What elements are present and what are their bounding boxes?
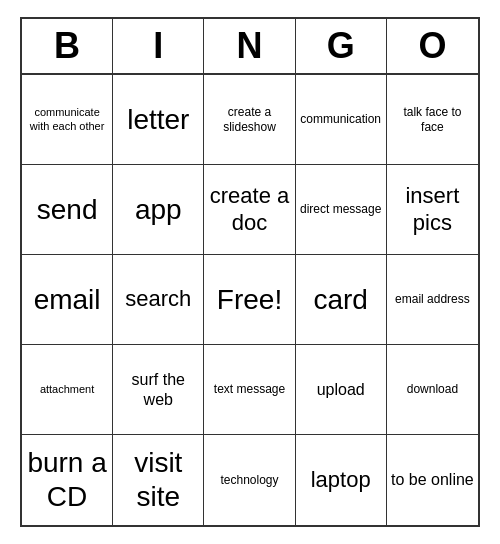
bingo-cell-23: laptop — [296, 435, 387, 525]
cell-text-5: send — [37, 193, 98, 227]
cell-text-4: talk face to face — [391, 105, 474, 134]
cell-text-9: insert pics — [391, 183, 474, 236]
cell-text-23: laptop — [311, 467, 371, 493]
bingo-cell-6: app — [113, 165, 204, 255]
bingo-cell-11: search — [113, 255, 204, 345]
header-letter-n: N — [204, 19, 295, 73]
cell-text-3: communication — [300, 112, 381, 126]
bingo-grid: communicate with each otherlettercreate … — [22, 75, 478, 525]
bingo-cell-10: email — [22, 255, 113, 345]
bingo-cell-1: letter — [113, 75, 204, 165]
cell-text-1: letter — [127, 103, 189, 137]
cell-text-14: email address — [395, 292, 470, 306]
bingo-header: BINGO — [22, 19, 478, 75]
cell-text-21: visit site — [117, 446, 199, 513]
bingo-cell-22: technology — [204, 435, 295, 525]
cell-text-10: email — [34, 283, 101, 317]
cell-text-8: direct message — [300, 202, 381, 216]
header-letter-b: B — [22, 19, 113, 73]
cell-text-11: search — [125, 286, 191, 312]
cell-text-19: download — [407, 382, 458, 396]
bingo-cell-20: burn a CD — [22, 435, 113, 525]
header-letter-g: G — [296, 19, 387, 73]
bingo-cell-16: surf the web — [113, 345, 204, 435]
cell-text-6: app — [135, 193, 182, 227]
bingo-cell-18: upload — [296, 345, 387, 435]
cell-text-17: text message — [214, 382, 285, 396]
bingo-cell-15: attachment — [22, 345, 113, 435]
bingo-cell-13: card — [296, 255, 387, 345]
header-letter-i: I — [113, 19, 204, 73]
cell-text-7: create a doc — [208, 183, 290, 236]
bingo-cell-14: email address — [387, 255, 478, 345]
bingo-cell-0: communicate with each other — [22, 75, 113, 165]
bingo-cell-21: visit site — [113, 435, 204, 525]
cell-text-13: card — [313, 283, 367, 317]
bingo-cell-8: direct message — [296, 165, 387, 255]
bingo-cell-9: insert pics — [387, 165, 478, 255]
cell-text-22: technology — [220, 473, 278, 487]
bingo-cell-17: text message — [204, 345, 295, 435]
bingo-cell-19: download — [387, 345, 478, 435]
bingo-cell-12: Free! — [204, 255, 295, 345]
cell-text-18: upload — [317, 380, 365, 399]
cell-text-0: communicate with each other — [26, 106, 108, 132]
bingo-cell-5: send — [22, 165, 113, 255]
bingo-cell-24: to be online — [387, 435, 478, 525]
cell-text-15: attachment — [40, 383, 94, 396]
cell-text-20: burn a CD — [26, 446, 108, 513]
cell-text-16: surf the web — [117, 370, 199, 408]
header-letter-o: O — [387, 19, 478, 73]
bingo-cell-4: talk face to face — [387, 75, 478, 165]
bingo-cell-3: communication — [296, 75, 387, 165]
cell-text-2: create a slideshow — [208, 105, 290, 134]
bingo-cell-2: create a slideshow — [204, 75, 295, 165]
cell-text-24: to be online — [391, 470, 474, 489]
cell-text-12: Free! — [217, 283, 282, 317]
bingo-cell-7: create a doc — [204, 165, 295, 255]
bingo-card: BINGO communicate with each otherletterc… — [20, 17, 480, 527]
